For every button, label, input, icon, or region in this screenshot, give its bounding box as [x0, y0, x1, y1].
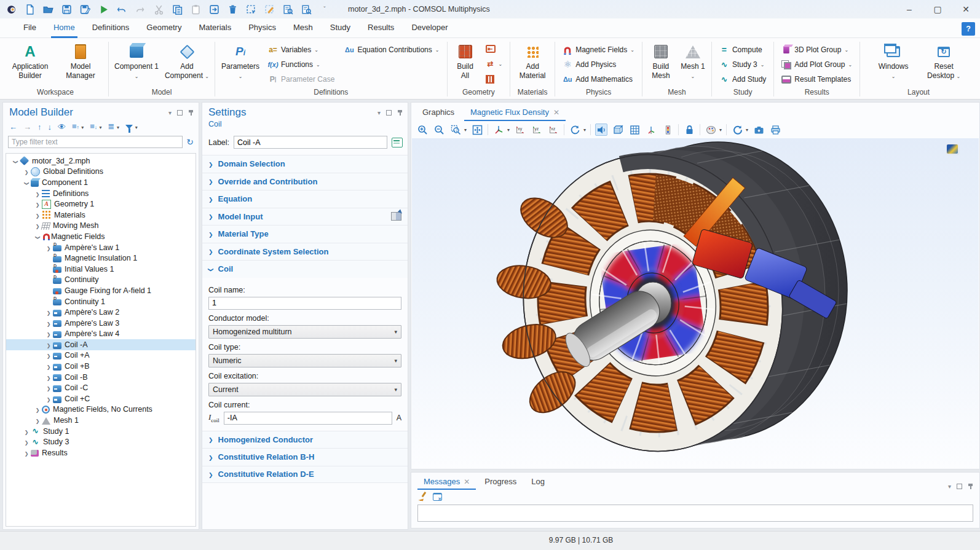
panel-menu-icon[interactable]: ▾: [377, 109, 381, 116]
label-input[interactable]: [234, 136, 387, 149]
float-panel-icon[interactable]: [177, 110, 183, 116]
plot-thumbnail-icon[interactable]: [947, 144, 958, 154]
add-material-button[interactable]: Add Material: [514, 42, 551, 82]
application-builder-button[interactable]: AApplication Builder: [6, 42, 54, 82]
tree-node-gauge-fixing[interactable]: Gauge Fixing for A-field 1: [6, 285, 196, 296]
tree-node-global-definitions[interactable]: Global Definitions: [6, 167, 196, 178]
menu-home[interactable]: Home: [45, 18, 84, 38]
view-xy-icon[interactable]: xy: [514, 124, 526, 136]
section-constitutive-bh[interactable]: Constitutive Relation B-H: [202, 448, 408, 466]
node-group-icon[interactable]: ≣ ▾: [108, 122, 119, 132]
section-domain-selection[interactable]: Domain Selection: [202, 155, 408, 173]
tree-node-study-1[interactable]: ∿Study 1: [6, 426, 196, 437]
expand-all-icon[interactable]: ≡↑ ▾: [72, 122, 84, 132]
add-component-button[interactable]: Add Component ⌄: [163, 42, 211, 82]
menu-study[interactable]: Study: [322, 18, 359, 38]
grid-icon[interactable]: [628, 124, 641, 136]
select-box-icon[interactable]: [245, 3, 257, 15]
find-icon[interactable]: [282, 3, 294, 15]
graphics-canvas[interactable]: [412, 138, 979, 468]
menu-physics[interactable]: Physics: [240, 18, 285, 38]
close-tab-icon[interactable]: ✕: [464, 477, 470, 486]
tree-node-magnetic-fields[interactable]: Magnetic Fields: [6, 231, 196, 242]
float-panel-icon[interactable]: [386, 110, 392, 116]
menu-results[interactable]: Results: [359, 18, 403, 38]
parameters-button[interactable]: PiParameters⌄: [219, 42, 262, 82]
zoom-extents-icon[interactable]: [471, 124, 483, 136]
tree-node-continuity[interactable]: Continuity: [6, 275, 196, 286]
close-tab-icon[interactable]: ✕: [553, 108, 559, 117]
tree-node-coil-plus-c[interactable]: Coil +C: [6, 393, 196, 404]
tree-node-amperes-law-2[interactable]: Ampère's Law 2: [6, 307, 196, 318]
maximize-button[interactable]: ▢: [923, 0, 952, 18]
delete-icon[interactable]: [226, 3, 239, 15]
find-replace-icon[interactable]: [300, 3, 312, 15]
tree-node-mf-no-currents[interactable]: Magnetic Fields, No Currents: [6, 404, 196, 415]
add-plot-group-button[interactable]: Add Plot Group⌄: [778, 58, 856, 71]
tree-filter-input[interactable]: [8, 136, 183, 148]
pin-panel-icon[interactable]: [188, 110, 194, 116]
section-coil[interactable]: Coil: [202, 260, 408, 278]
show-axes-icon[interactable]: [645, 124, 657, 136]
coil-current-input[interactable]: [224, 412, 392, 425]
qat-more-icon[interactable]: ˇ: [318, 3, 331, 15]
rotate-view-icon[interactable]: [569, 124, 581, 136]
collapse-all-icon[interactable]: ≡↓ ▾: [90, 122, 101, 132]
tree-node-definitions[interactable]: Definitions: [6, 188, 196, 199]
tree-node-magnetic-insulation-1[interactable]: Magnetic Insulation 1: [6, 253, 196, 264]
duplicate-icon[interactable]: [208, 3, 220, 15]
component-1-button[interactable]: Component 1 ⌄: [113, 42, 160, 82]
update-plot-icon[interactable]: [731, 124, 743, 136]
add-physics-button[interactable]: ⚛Add Physics: [559, 58, 638, 71]
study-3-button[interactable]: ∿Study 3⌄: [716, 58, 770, 71]
menu-definitions[interactable]: Definitions: [84, 18, 138, 38]
3d-plot-group-button[interactable]: 3D Plot Group⌄: [778, 43, 856, 57]
tree-node-amperes-law-3[interactable]: Ampère's Law 3: [6, 318, 196, 329]
back-icon[interactable]: ←: [9, 123, 17, 132]
move-up-icon[interactable]: ↑: [38, 123, 42, 132]
section-coordinate-system[interactable]: Coordinate System Selection: [202, 243, 408, 261]
tree-node-coil-minus-b[interactable]: Coil -B: [6, 372, 196, 383]
run-icon[interactable]: [97, 3, 109, 15]
menu-geometry[interactable]: Geometry: [138, 18, 190, 38]
coil-name-input[interactable]: [208, 297, 401, 310]
menu-file[interactable]: File: [15, 18, 45, 38]
zoom-out-icon[interactable]: [433, 124, 445, 136]
clear-table-icon[interactable]: [433, 493, 442, 501]
tab-log[interactable]: Log: [524, 473, 552, 490]
reset-desktop-button[interactable]: ↻Reset Desktop ⌄: [924, 42, 963, 82]
view-yz-icon[interactable]: yz: [531, 124, 543, 136]
virtual-operations-button[interactable]: [482, 73, 507, 85]
result-templates-button[interactable]: Result Templates: [778, 73, 856, 86]
tree-node-coil-plus-b[interactable]: Coil +B: [6, 361, 196, 372]
show-icon[interactable]: 👁︎: [58, 123, 66, 132]
tree-node-initial-values-1[interactable]: Initial Values 1: [6, 264, 196, 275]
save-icon[interactable]: [60, 3, 73, 15]
tree-node-amperes-law-4[interactable]: Ampère's Law 4: [6, 329, 196, 340]
section-model-input[interactable]: Model Input: [202, 208, 408, 226]
equation-contributions-button[interactable]: ΔuEquation Contributions⌄: [341, 43, 443, 57]
menu-mesh[interactable]: Mesh: [285, 18, 322, 38]
tree-node-coil-minus-c[interactable]: Coil -C: [6, 382, 196, 393]
tree-node-study-3[interactable]: ∿Study 3: [6, 436, 196, 447]
minimize-button[interactable]: –: [895, 0, 923, 18]
tree-node-coil-minus-a[interactable]: Coil -A: [6, 339, 196, 350]
move-down-icon[interactable]: ↓: [48, 123, 52, 132]
panel-menu-icon[interactable]: ▾: [168, 109, 172, 116]
model-input-edit-icon[interactable]: [391, 212, 401, 221]
float-panel-icon[interactable]: [957, 484, 962, 489]
undo-icon[interactable]: [116, 3, 128, 15]
menu-developer[interactable]: Developer: [403, 18, 456, 38]
snapshot-icon[interactable]: [753, 124, 765, 136]
tree-node-geometry-1[interactable]: AGeometry 1: [6, 198, 196, 210]
tab-messages[interactable]: Messages✕: [416, 473, 477, 490]
tree-node-moving-mesh[interactable]: Moving Mesh: [6, 221, 196, 232]
zoom-in-icon[interactable]: [416, 124, 429, 136]
functions-button[interactable]: f(x)Functions⌄: [264, 58, 338, 71]
zoom-box-icon[interactable]: [449, 124, 462, 136]
image-settings-icon[interactable]: [705, 124, 717, 136]
section-material-type[interactable]: Material Type: [202, 225, 408, 243]
section-homogenized-conductor[interactable]: Homogenized Conductor: [202, 431, 408, 449]
tree-node-materials[interactable]: Materials: [6, 210, 196, 221]
tree-node-component-1[interactable]: Component 1: [6, 177, 196, 188]
